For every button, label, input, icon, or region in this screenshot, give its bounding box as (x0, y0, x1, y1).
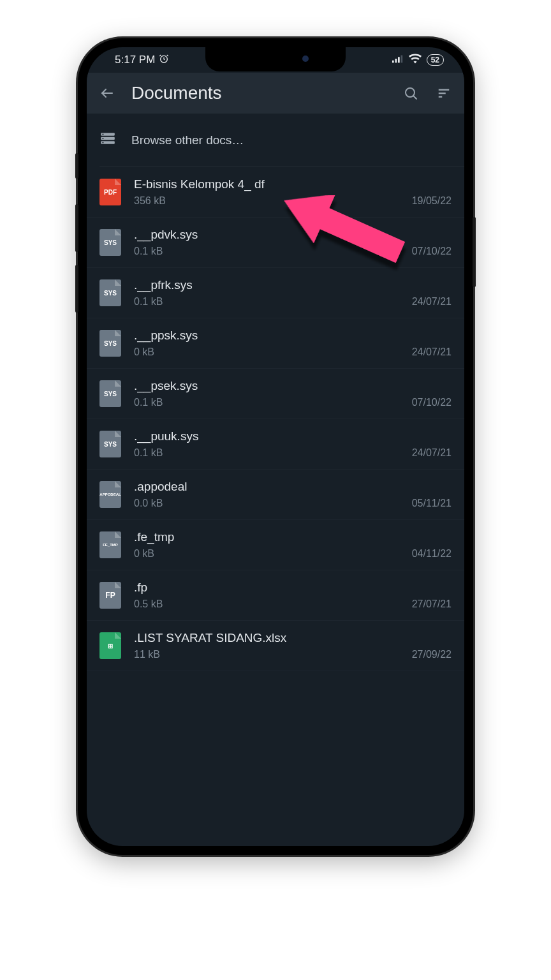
file-row[interactable]: SYS.__puuk.sys0.1 kB24/07/21 (87, 419, 464, 470)
svg-point-15 (102, 138, 103, 139)
file-name: .__puuk.sys (134, 429, 452, 443)
generic-file-icon: FE_TMP (99, 531, 121, 558)
page-title: Documents (131, 83, 386, 103)
phone-volume-up (75, 204, 78, 252)
search-button[interactable] (402, 84, 420, 102)
file-date: 19/05/22 (412, 195, 452, 207)
status-time: 5:17 PM (115, 54, 155, 66)
file-date: 05/11/21 (412, 498, 452, 509)
svg-rect-9 (439, 93, 446, 94)
file-info: .fp0.5 kB27/07/21 (134, 581, 452, 610)
file-row[interactable]: ⊞.LIST SYARAT SIDANG.xlsx11 kB27/09/22 (87, 621, 464, 671)
file-date: 27/07/21 (412, 598, 452, 610)
file-date: 24/07/21 (412, 447, 452, 459)
wifi-icon (409, 54, 422, 67)
phone-screen: 5:17 PM 52 Document (87, 47, 464, 846)
file-size: 11 kB (134, 649, 160, 660)
svg-line-7 (413, 96, 416, 99)
battery-indicator: 52 (427, 54, 444, 66)
back-button[interactable] (98, 84, 116, 102)
content-area: Browse other docs… PDF E-bisnis Kelompok… (87, 114, 464, 671)
file-size: 356 kB (134, 195, 166, 207)
file-name: E-bisnis Kelompok 4_ df (134, 177, 452, 191)
signal-icon (392, 54, 404, 66)
file-meta: 0 kB04/11/22 (134, 548, 452, 560)
file-meta: 0.1 kB24/07/21 (134, 447, 452, 459)
file-name: .__ppsk.sys (134, 329, 452, 343)
file-row[interactable]: FE_TMP.fe_tmp0 kB04/11/22 (87, 520, 464, 570)
sys-file-icon: SYS (99, 380, 121, 407)
svg-rect-2 (395, 59, 397, 63)
svg-point-14 (102, 133, 103, 135)
file-info: .__psek.sys0.1 kB07/10/22 (134, 379, 452, 408)
file-meta: 0.0 kB05/11/21 (134, 498, 452, 509)
file-name: .appodeal (134, 480, 452, 494)
file-info: .fe_tmp0 kB04/11/22 (134, 530, 452, 560)
svg-rect-10 (439, 96, 443, 98)
sort-button[interactable] (435, 84, 453, 102)
file-meta: 0.1 kB07/10/22 (134, 246, 452, 257)
file-name: .LIST SYARAT SIDANG.xlsx (134, 631, 452, 645)
alarm-icon (159, 54, 169, 67)
file-meta: 0.1 kB24/07/21 (134, 296, 452, 308)
svg-point-16 (102, 142, 103, 143)
file-list: PDF E-bisnis Kelompok 4_ df356 kB19/05/2… (87, 167, 464, 671)
file-date: 24/07/21 (412, 346, 452, 358)
file-meta: 11 kB27/09/22 (134, 649, 452, 660)
file-date: 04/11/22 (412, 548, 452, 560)
file-meta: 0.5 kB27/07/21 (134, 598, 452, 610)
file-size: 0.0 kB (134, 498, 163, 509)
file-meta: 356 kB19/05/22 (134, 195, 452, 207)
sys-file-icon: SYS (99, 279, 121, 306)
file-size: 0.1 kB (134, 397, 163, 408)
app-bar: Documents (87, 73, 464, 114)
file-row[interactable]: FP.fp0.5 kB27/07/21 (87, 570, 464, 621)
file-name: .__pfrk.sys (134, 278, 452, 292)
file-date: 07/10/22 (412, 397, 452, 408)
file-info: .__pfrk.sys0.1 kB24/07/21 (134, 278, 452, 308)
browse-label: Browse other docs… (131, 133, 244, 147)
svg-rect-1 (392, 61, 394, 63)
file-row[interactable]: SYS.__pdvk.sys0.1 kB07/10/22 (87, 218, 464, 268)
file-row[interactable]: PDF E-bisnis Kelompok 4_ df356 kB19/05/2… (87, 167, 464, 218)
file-size: 0 kB (134, 346, 154, 358)
battery-percent: 52 (431, 56, 439, 64)
svg-rect-4 (400, 56, 402, 63)
file-row[interactable]: SYS.__pfrk.sys0.1 kB24/07/21 (87, 268, 464, 318)
sys-file-icon: SYS (99, 431, 121, 457)
file-name: .__pdvk.sys (134, 228, 452, 242)
phone-power-button (473, 217, 476, 287)
file-row[interactable]: SYS.__psek.sys0.1 kB07/10/22 (87, 369, 464, 419)
file-meta: 0.1 kB07/10/22 (134, 397, 452, 408)
file-date: 07/10/22 (412, 246, 452, 257)
file-info: .__pdvk.sys0.1 kB07/10/22 (134, 228, 452, 257)
file-row[interactable]: SYS.__ppsk.sys0 kB24/07/21 (87, 318, 464, 369)
file-date: 24/07/21 (412, 296, 452, 308)
file-info: .LIST SYARAT SIDANG.xlsx11 kB27/09/22 (134, 631, 452, 660)
svg-rect-3 (398, 57, 400, 63)
file-info: .appodeal0.0 kB05/11/21 (134, 480, 452, 509)
file-row[interactable]: APPODEAL.appodeal0.0 kB05/11/21 (87, 470, 464, 520)
xlsx-file-icon: ⊞ (99, 632, 121, 659)
file-size: 0 kB (134, 548, 154, 560)
file-info: .__puuk.sys0.1 kB24/07/21 (134, 429, 452, 459)
phone-notch (205, 47, 346, 71)
phone-volume-down (75, 265, 78, 313)
sys-file-icon: SYS (99, 229, 121, 256)
browse-other-docs[interactable]: Browse other docs… (87, 114, 464, 167)
generic-file-icon: APPODEAL (99, 481, 121, 508)
file-date: 27/09/22 (412, 649, 452, 660)
file-size: 0.5 kB (134, 598, 163, 610)
file-size: 0.1 kB (134, 246, 163, 257)
fp-file-icon: FP (99, 582, 121, 609)
phone-frame: 5:17 PM 52 Document (78, 38, 473, 855)
file-name: .fp (134, 581, 452, 595)
svg-rect-8 (439, 89, 450, 91)
storage-icon (99, 130, 117, 150)
sys-file-icon: SYS (99, 330, 121, 357)
phone-mute-switch (75, 153, 78, 179)
file-name: .fe_tmp (134, 530, 452, 544)
file-size: 0.1 kB (134, 296, 163, 308)
pdf-file-icon: PDF (99, 179, 121, 205)
file-size: 0.1 kB (134, 447, 163, 459)
